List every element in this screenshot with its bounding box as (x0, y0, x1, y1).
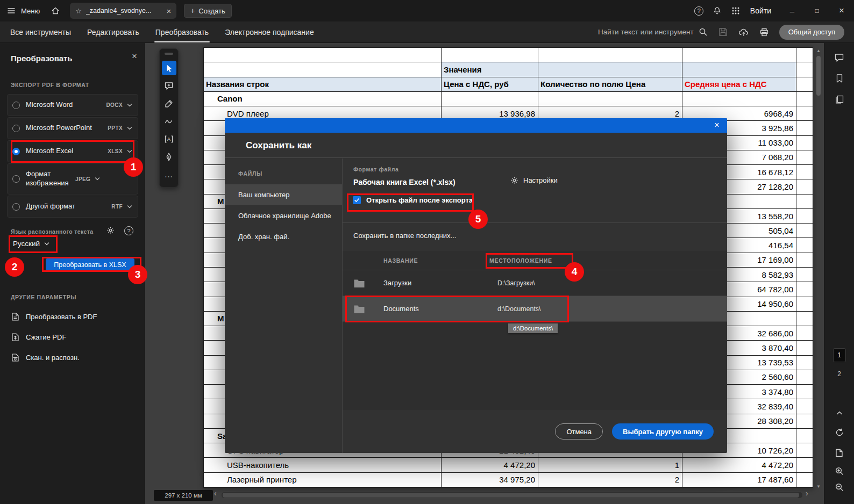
draw-tool[interactable] (162, 114, 176, 128)
open-after-export-checkbox-row[interactable]: Открыть файл после экспорта (353, 196, 473, 204)
export-option-rtf[interactable]: Другой форматRTF (7, 196, 138, 218)
export-option-docx[interactable]: Microsoft WordDOCX (7, 94, 138, 116)
scan-ocr-item[interactable]: Скан. и распозн. (11, 347, 136, 368)
hamburger-icon (6, 6, 16, 16)
share-button[interactable]: Общий доступ (779, 25, 844, 40)
scrollbar-thumb[interactable] (816, 56, 821, 96)
cloud-upload-icon[interactable] (738, 27, 749, 37)
folder-location: d:\Documents\ (497, 305, 541, 313)
table-cell (796, 62, 813, 76)
apps-button[interactable] (727, 0, 745, 21)
collapse-up-button[interactable] (831, 405, 848, 421)
horizontal-scrollbar[interactable] (222, 492, 802, 498)
page-thumb-1[interactable]: 1 (833, 348, 846, 362)
toolbar-tab[interactable]: Все инструменты (2, 21, 79, 42)
chevron-down-icon[interactable] (126, 125, 133, 132)
fill-sign-tool[interactable] (162, 149, 176, 164)
sign-in-button[interactable]: Войти (750, 6, 771, 15)
help-button[interactable]: ? (690, 0, 708, 21)
choose-other-folder-button[interactable]: Выбрать другую папку (612, 423, 714, 440)
star-icon[interactable]: ☆ (75, 7, 82, 15)
scroll-up-icon[interactable]: ▲ (815, 48, 822, 53)
search-icon[interactable] (699, 27, 708, 37)
app-menu-button[interactable]: Меню (0, 0, 46, 21)
radio-icon[interactable] (12, 148, 20, 155)
pages-panel-button[interactable] (831, 91, 848, 107)
table-cell: 2 (538, 473, 682, 487)
add-comment-tool[interactable] (162, 78, 176, 93)
radio-icon[interactable] (12, 102, 20, 109)
scroll-down-icon[interactable]: ▼ (815, 484, 822, 489)
zoom-out-button[interactable] (831, 479, 848, 495)
horizontal-scrollbar-thumb[interactable] (223, 493, 799, 498)
convert-to-xlsx-button[interactable]: Преобразовать в XLSX (46, 258, 134, 271)
chevron-down-icon[interactable] (94, 176, 101, 182)
ocr-settings-gear-icon[interactable] (106, 226, 115, 235)
comments-panel-button[interactable] (831, 49, 848, 66)
radio-icon[interactable] (12, 125, 20, 132)
window-minimize-button[interactable]: – (780, 0, 805, 21)
format-settings-button[interactable]: Настройки (510, 176, 558, 185)
zoom-in-button[interactable] (831, 463, 848, 479)
dialog-nav-item[interactable]: Ваш компьютер (225, 184, 342, 205)
column-location-label: МЕСТОПОЛОЖЕНИЕ (489, 257, 552, 264)
table-cell (796, 179, 813, 193)
scroll-right-icon[interactable]: › (806, 489, 808, 498)
path-tooltip: d:\Documents\ (508, 323, 558, 333)
window-close-button[interactable]: × (829, 0, 854, 21)
folder-list-header: НАЗВАНИЕ МЕСТОПОЛОЖЕНИЕ (343, 251, 727, 270)
toolbar-tab[interactable]: Преобразовать (147, 21, 217, 42)
panel-close-icon[interactable]: × (132, 51, 137, 62)
compress-pdf-item[interactable]: Сжатие PDF (11, 327, 136, 347)
search-field[interactable]: Найти текст или инструмент (598, 27, 708, 37)
toolbar-drag-handle[interactable] (165, 53, 173, 55)
window-titlebar: Меню ☆ _zadanie4_svodnye... × + Создать … (0, 0, 854, 21)
table-cell (796, 312, 813, 326)
ocr-help-icon[interactable]: ? (124, 226, 133, 235)
folder-row[interactable]: Documentsd:\Documents\ (343, 296, 727, 322)
save-icon[interactable] (718, 27, 728, 37)
print-icon[interactable] (759, 27, 769, 37)
toolbar-tab[interactable]: Редактировать (79, 21, 147, 42)
tab-close-icon[interactable]: × (166, 7, 171, 15)
document-tab[interactable]: ☆ _zadanie4_svodnye... × (70, 3, 176, 19)
toolbar-tab[interactable]: Электронное подписание (217, 21, 322, 42)
format-chip: XLSX (108, 148, 123, 154)
add-text-tool[interactable]: A (162, 132, 176, 146)
more-tools-button[interactable]: ... (162, 167, 176, 182)
export-document-button[interactable] (831, 445, 848, 461)
home-icon (51, 6, 60, 16)
window-maximize-button[interactable]: □ (805, 0, 829, 21)
export-option-pptx[interactable]: Microsoft PowerPointPPTX (7, 117, 138, 139)
home-button[interactable] (46, 3, 65, 18)
create-button[interactable]: + Создать (184, 4, 232, 18)
select-tool[interactable] (162, 61, 176, 75)
export-format-options: Microsoft WordDOCXMicrosoft PowerPointPP… (7, 94, 138, 219)
text-brackets-icon: A (164, 134, 174, 144)
radio-icon[interactable] (12, 203, 20, 211)
page-thumb-2[interactable]: 2 (833, 367, 846, 381)
cancel-button[interactable]: Отмена (555, 423, 603, 440)
convert-to-pdf-item[interactable]: Преобразовать в PDF (11, 306, 136, 327)
export-option-xlsx[interactable]: Microsoft ExcelXLSX (7, 140, 138, 162)
chevron-down-icon[interactable] (126, 102, 133, 109)
language-select[interactable]: Русский (13, 240, 50, 248)
radio-icon[interactable] (12, 175, 20, 183)
vertical-scrollbar[interactable]: ▲ ▼ (815, 47, 822, 489)
bookmarks-panel-button[interactable] (831, 70, 848, 87)
scroll-left-icon[interactable]: ‹ (214, 489, 217, 498)
export-option-jpeg[interactable]: Формат изображенияJPEG (7, 163, 138, 195)
refresh-button[interactable] (831, 424, 848, 441)
dialog-close-icon[interactable]: × (711, 120, 722, 131)
table-cell (796, 341, 813, 355)
highlight-tool[interactable] (162, 96, 176, 111)
chevron-down-icon[interactable] (126, 148, 133, 155)
dialog-nav-item[interactable]: Облачное хранилище Adobe (225, 205, 342, 226)
save-recent-label[interactable]: Сохранить в папке последних... (353, 232, 456, 240)
table-cell (796, 385, 813, 399)
checkbox-checked-icon[interactable] (353, 196, 361, 204)
folder-row[interactable]: ЗагрузкиD:\Загрузки\ (343, 270, 727, 296)
chevron-down-icon[interactable] (126, 204, 133, 210)
notifications-button[interactable] (708, 0, 727, 21)
dialog-nav-item[interactable]: Доб. хран. фай. (225, 226, 342, 247)
